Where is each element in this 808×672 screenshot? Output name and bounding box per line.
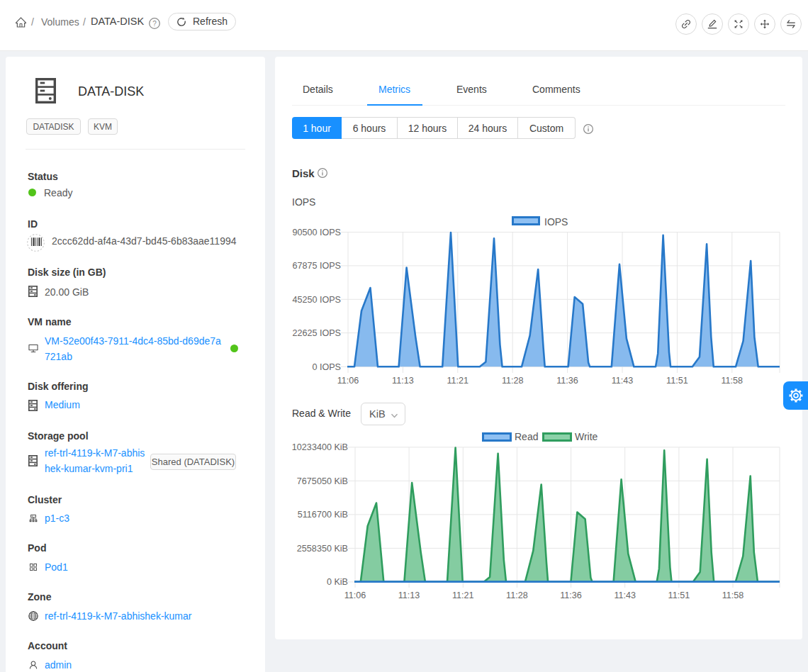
svg-text:11:36: 11:36 <box>560 590 582 600</box>
svg-text:?: ? <box>152 20 157 28</box>
svg-text:45250 IOPS: 45250 IOPS <box>292 295 341 305</box>
svg-text:11:43: 11:43 <box>612 376 634 386</box>
svg-text:11:21: 11:21 <box>452 590 474 600</box>
svg-text:11:36: 11:36 <box>556 376 578 386</box>
svg-text:2558350 KiB: 2558350 KiB <box>297 544 348 554</box>
svg-text:90500 IOPS: 90500 IOPS <box>292 228 341 237</box>
svg-text:11:51: 11:51 <box>666 376 688 386</box>
svg-text:11:58: 11:58 <box>722 376 744 386</box>
svg-text:11:06: 11:06 <box>344 590 366 600</box>
svg-text:11:28: 11:28 <box>502 376 524 386</box>
svg-text:11:06: 11:06 <box>337 376 359 386</box>
svg-text:11:58: 11:58 <box>722 590 744 600</box>
svg-text:0 KiB: 0 KiB <box>327 577 348 587</box>
svg-text:11:13: 11:13 <box>398 590 420 600</box>
svg-text:11:43: 11:43 <box>614 590 636 600</box>
svg-text:11:51: 11:51 <box>668 590 690 600</box>
svg-text:11:21: 11:21 <box>447 376 469 386</box>
svg-text:11:13: 11:13 <box>392 376 414 386</box>
svg-text:10233400 KiB: 10233400 KiB <box>292 442 348 452</box>
svg-text:0 IOPS: 0 IOPS <box>312 362 341 372</box>
svg-text:22625 IOPS: 22625 IOPS <box>292 328 341 338</box>
svg-text:67875 IOPS: 67875 IOPS <box>292 261 341 271</box>
svg-text:5116700 KiB: 5116700 KiB <box>298 510 348 520</box>
svg-text:7675050 KiB: 7675050 KiB <box>297 476 348 486</box>
svg-text:11:28: 11:28 <box>506 590 528 600</box>
